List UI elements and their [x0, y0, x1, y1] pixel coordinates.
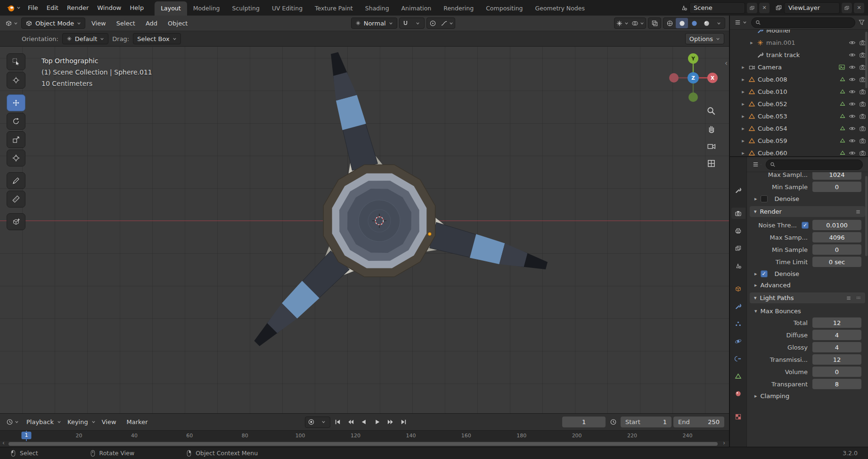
snap-options-dropdown[interactable]: [412, 18, 424, 28]
options-dropdown[interactable]: Options: [685, 33, 724, 44]
workspace-tab-shading[interactable]: Shading: [359, 1, 395, 16]
tab-scene[interactable]: [731, 260, 745, 271]
menu-edit[interactable]: Edit: [42, 2, 63, 14]
shading-wireframe-button[interactable]: [663, 18, 676, 28]
max-samples-viewport-row[interactable]: Max Sampl... 1024: [747, 172, 868, 181]
expand-arrow[interactable]: ▸: [740, 101, 746, 107]
new-view-layer-button[interactable]: [842, 3, 852, 13]
tab-physics[interactable]: [731, 335, 745, 347]
menu-keying[interactable]: Keying: [63, 416, 92, 428]
time-limit-row[interactable]: Time Limit 0 sec: [747, 256, 868, 268]
outliner-item-cube054[interactable]: ▸ Cube.054: [730, 122, 868, 134]
disable-render-toggle[interactable]: [859, 100, 866, 108]
menu-playback[interactable]: Playback: [22, 416, 58, 428]
tab-constraints[interactable]: [731, 353, 745, 364]
snap-toggle[interactable]: [400, 18, 412, 28]
show-gizmo-dropdown[interactable]: [614, 18, 630, 28]
properties-search-input[interactable]: [778, 161, 859, 168]
menu-help[interactable]: Help: [126, 2, 148, 14]
transparent-bounces-row[interactable]: Transparent 8: [747, 378, 868, 390]
presets-icon[interactable]: [855, 209, 861, 215]
unlink-scene-button[interactable]: ✕: [759, 3, 770, 13]
noise-threshold-row[interactable]: Noise Thre... ✓ 0.0100: [747, 219, 868, 231]
expand-arrow[interactable]: ▸: [740, 150, 746, 156]
hide-eye-toggle[interactable]: [849, 51, 856, 58]
workspace-tab-uv-editing[interactable]: UV Editing: [266, 1, 309, 16]
proportional-falloff-dropdown[interactable]: [439, 18, 455, 28]
drag-mode-dropdown[interactable]: Select Box: [133, 33, 180, 44]
tab-object[interactable]: [731, 283, 745, 294]
remove-view-layer-button[interactable]: ✕: [854, 3, 864, 13]
hide-eye-toggle[interactable]: [849, 113, 856, 120]
outliner-item-cube052[interactable]: ▸ Cube.052: [730, 98, 868, 110]
tab-object-data[interactable]: [731, 370, 745, 382]
disable-render-toggle[interactable]: [859, 125, 866, 132]
scroll-right-arrow[interactable]: ›: [723, 440, 725, 446]
glossy-bounces-row[interactable]: Glossy 4: [747, 341, 868, 353]
transmission-bounces-row[interactable]: Transmissi... 12: [747, 353, 868, 366]
workspace-tab-modeling[interactable]: Modeling: [187, 1, 226, 16]
menu-add[interactable]: Add: [141, 17, 162, 29]
shading-options-dropdown[interactable]: [712, 18, 725, 28]
denoise-viewport-checkbox[interactable]: [761, 195, 768, 202]
playhead-frame-tag[interactable]: 1: [22, 432, 32, 439]
tab-particles[interactable]: [731, 318, 745, 329]
tab-render[interactable]: [731, 208, 745, 219]
current-frame-field[interactable]: 1: [562, 417, 606, 427]
shading-rendered-button[interactable]: [700, 18, 712, 28]
viewport-3d[interactable]: Top Orthographic (1) Scene Collection | …: [0, 47, 729, 413]
hide-eye-toggle[interactable]: [849, 39, 856, 46]
outliner-item-cube053[interactable]: ▸ Cube.053: [730, 110, 868, 122]
disable-render-toggle[interactable]: [859, 150, 866, 157]
max-samples-row[interactable]: Max Samp... 4096: [747, 231, 868, 243]
tab-modifiers[interactable]: [731, 300, 745, 312]
menu-object[interactable]: Object: [164, 17, 192, 29]
next-keyframe-button[interactable]: [385, 417, 396, 428]
shading-material-button[interactable]: [688, 18, 700, 28]
clamping-collapsed[interactable]: ▸ Clamping: [747, 390, 868, 401]
use-preview-range-button[interactable]: [607, 417, 619, 428]
jump-to-end-button[interactable]: [398, 417, 409, 428]
toggle-ortho-icon[interactable]: [706, 159, 716, 168]
max-bounces-subheader[interactable]: ▾ Max Bounces: [747, 305, 868, 317]
outliner-search-input[interactable]: [764, 19, 851, 26]
play-reverse-button[interactable]: [359, 417, 370, 428]
tool-transform[interactable]: [7, 150, 25, 167]
zoom-icon[interactable]: [706, 106, 716, 116]
tool-scale[interactable]: [7, 131, 25, 148]
orientation-default-dropdown[interactable]: Default: [62, 33, 109, 44]
outliner-item-cube008[interactable]: ▸ Cube.008: [730, 73, 868, 85]
menu-view[interactable]: View: [87, 17, 110, 29]
outliner-scrollbar[interactable]: [865, 32, 868, 88]
light-paths-section-header[interactable]: ▾ Light Paths: [750, 292, 865, 303]
drag-grip-icon[interactable]: [855, 295, 861, 301]
timeline-ruler[interactable]: 1 20406080100120140160180200220240: [0, 430, 729, 441]
disable-render-toggle[interactable]: [859, 113, 866, 120]
diffuse-bounces-row[interactable]: Diffuse 4: [747, 329, 868, 341]
workspace-tab-rendering[interactable]: Rendering: [437, 1, 480, 16]
workspace-tab-compositing[interactable]: Compositing: [480, 1, 529, 16]
presets-icon[interactable]: [846, 295, 852, 301]
denoise-viewport-collapsed[interactable]: ▸ Denoise: [747, 193, 868, 204]
outliner-item-camera[interactable]: ▸ Camera: [730, 61, 868, 73]
workspace-tab-sculpting[interactable]: Sculpting: [226, 1, 266, 16]
hide-eye-toggle[interactable]: [849, 64, 856, 71]
tool-add-cube[interactable]: [7, 213, 25, 230]
hide-eye-toggle[interactable]: [849, 76, 856, 83]
denoise-render-collapsed[interactable]: ▸ ✓ Denoise: [747, 268, 868, 279]
blender-menu-button[interactable]: [4, 3, 24, 13]
render-section-header[interactable]: ▾ Render: [750, 206, 865, 217]
outliner-search[interactable]: [751, 17, 855, 28]
outliner-item-trank-track[interactable]: trank track: [730, 49, 868, 61]
tab-material[interactable]: [731, 388, 745, 399]
disable-render-toggle[interactable]: [859, 88, 866, 95]
menu-timeline-view[interactable]: View: [98, 416, 121, 428]
scene-selector[interactable]: Scene: [689, 2, 745, 14]
tab-tool[interactable]: [731, 184, 745, 196]
hide-eye-toggle[interactable]: [849, 150, 856, 157]
expand-arrow[interactable]: ▸: [740, 76, 746, 83]
tab-output[interactable]: [731, 225, 745, 236]
noise-threshold-checkbox[interactable]: ✓: [802, 222, 809, 229]
tool-rotate[interactable]: [7, 113, 25, 130]
disable-render-toggle[interactable]: [859, 137, 866, 144]
